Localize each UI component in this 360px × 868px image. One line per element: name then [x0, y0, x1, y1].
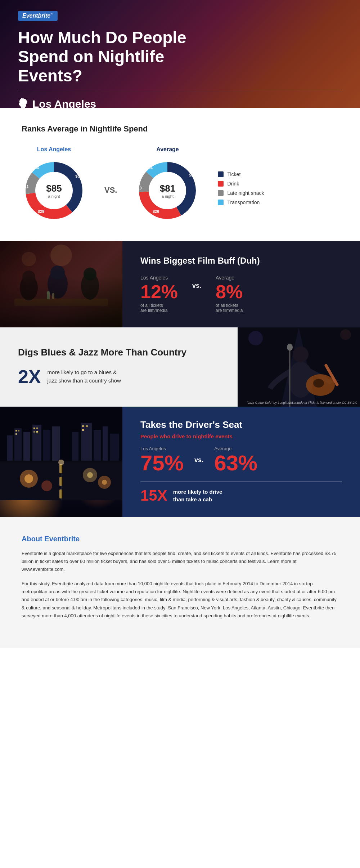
header-divider	[18, 92, 342, 92]
vs-text: VS.	[104, 185, 117, 195]
about-para1: Eventbrite is a global marketplace for l…	[22, 550, 338, 573]
svg-point-11	[20, 275, 38, 300]
la-donut: $85 a night $12 $11 $33 $29	[22, 158, 86, 223]
film-avg-desc: of all ticketsare film/media	[216, 303, 243, 313]
svg-rect-34	[7, 435, 13, 461]
svg-point-18	[22, 252, 36, 266]
la-drink-label: $29	[38, 209, 44, 214]
svg-point-66	[102, 480, 107, 485]
film-scene-svg	[0, 241, 122, 327]
svg-rect-48	[33, 428, 35, 429]
avg-chart-block: Average $81 a night	[135, 146, 200, 223]
avg-chart-label: Average	[156, 146, 179, 153]
driver-heading: Takes the Driver's Seat	[140, 419, 342, 430]
svg-point-64	[41, 480, 52, 491]
film-la-desc: of all ticketsare film/media	[140, 303, 178, 313]
header: Eventbrite™ How Much Do People Spend on …	[0, 0, 360, 108]
svg-point-17	[50, 245, 72, 266]
la-snack-label: $11	[22, 184, 29, 189]
section-driver: Takes the Driver's Seat People who drive…	[0, 407, 360, 517]
driver-bottom: 15X more likely to drivethan take a cab	[140, 487, 342, 504]
driver-description: more likely to drivethan take a cab	[173, 488, 222, 503]
film-avg-city: Average	[216, 275, 243, 281]
blues-multiplier: 2X	[18, 366, 41, 388]
film-image	[0, 241, 122, 327]
la-chart-label: Los Angeles	[37, 146, 71, 153]
svg-rect-37	[32, 425, 41, 461]
svg-point-67	[58, 460, 64, 465]
driver-avg-pct: 63%	[214, 452, 257, 474]
la-ticket-label: $33	[75, 174, 82, 178]
section-ranks: Ranks Average in Nightlife Spend Los Ang…	[0, 108, 360, 241]
blues-scene-svg	[238, 327, 360, 407]
ranks-heading: Ranks Average in Nightlife Spend	[22, 124, 338, 134]
avg-ticket-label: $34	[189, 173, 195, 177]
driver-scene-svg	[0, 407, 122, 500]
location-label: Los Angeles	[18, 98, 342, 108]
section-about: About Eventbrite Eventbrite is a global …	[0, 517, 360, 648]
la-transport-label: $12	[32, 165, 39, 169]
svg-point-29	[287, 344, 293, 351]
svg-rect-45	[15, 430, 17, 431]
about-para2: For this study, Eventbrite analyzed data…	[22, 580, 338, 619]
legend-transport: Transportation	[218, 200, 264, 205]
driver-content: Takes the Driver's Seat People who drive…	[122, 407, 360, 517]
blues-caption: "Jazz Guitar Solo" by LongitudeLatitude …	[247, 401, 357, 404]
driver-la-block: Los Angeles 75%	[140, 446, 184, 474]
svg-rect-50	[33, 431, 35, 433]
svg-point-24	[293, 346, 309, 362]
film-heading: Wins Biggest Film Buff (Duh)	[140, 256, 342, 266]
avg-donut: $81 a night $11 $10 $34 $26	[135, 158, 200, 223]
ranks-row: Los Angeles $85	[22, 146, 338, 223]
driver-la-city: Los Angeles	[140, 446, 184, 451]
film-avg-pct: 8%	[216, 282, 243, 301]
driver-image	[0, 407, 122, 517]
blues-image-inner	[238, 327, 360, 407]
svg-rect-53	[86, 425, 88, 427]
svg-point-15	[81, 272, 99, 300]
svg-rect-41	[81, 423, 92, 461]
blues-heading: Digs Blues & Jazz More Than Country	[18, 346, 220, 359]
svg-rect-39	[52, 426, 60, 461]
legend-drink-color	[218, 181, 224, 187]
blues-stat: 2X more likely to go to a blues &jazz sh…	[18, 366, 220, 388]
svg-point-30	[248, 331, 263, 345]
avg-donut-labels: $11 $10 $34 $26	[135, 158, 200, 223]
driver-avg-city: Average	[214, 446, 257, 451]
svg-rect-10	[14, 299, 108, 306]
driver-multiplier: 15X	[140, 487, 167, 504]
svg-point-26	[313, 379, 324, 388]
blues-image: "Jazz Guitar Solo" by LongitudeLatitude …	[238, 327, 360, 407]
driver-la-pct: 75%	[140, 452, 184, 474]
svg-rect-20	[52, 293, 54, 299]
about-heading: About Eventbrite	[22, 535, 338, 543]
svg-point-31	[340, 329, 351, 340]
film-la-pct: 12%	[140, 282, 178, 301]
driver-stats: Los Angeles 75% vs. Average 63%	[140, 446, 342, 474]
film-la-block: Los Angeles 12% of all ticketsare film/m…	[140, 275, 178, 313]
california-icon	[18, 98, 28, 108]
avg-drink-label: $26	[153, 209, 159, 214]
legend-transport-color	[218, 200, 224, 205]
la-chart-block: Los Angeles $85	[22, 146, 86, 223]
section-blues: Digs Blues & Jazz More Than Country 2X m…	[0, 327, 360, 407]
svg-point-14	[50, 265, 65, 280]
legend-snack-color	[218, 190, 224, 196]
legend-snack: Late night snack	[218, 190, 264, 196]
svg-rect-38	[43, 430, 50, 461]
film-la-city: Los Angeles	[140, 275, 178, 281]
film-stats: Los Angeles 12% of all ticketsare film/m…	[140, 275, 342, 313]
svg-point-16	[84, 268, 96, 281]
film-vs: vs.	[192, 282, 201, 290]
svg-rect-36	[23, 432, 30, 461]
svg-rect-49	[36, 428, 38, 429]
eventbrite-logo: Eventbrite™	[18, 11, 58, 21]
svg-rect-47	[15, 433, 17, 435]
avg-snack-label: $10	[135, 186, 141, 190]
legend-ticket: Ticket	[218, 171, 264, 177]
avg-transport-label: $11	[146, 165, 153, 169]
legend-drink: Drink	[218, 181, 264, 187]
page-title: How Much Do People Spend on Nightlife Ev…	[18, 28, 227, 85]
legend: Ticket Drink Late night snack Transporta…	[218, 171, 264, 209]
svg-point-63	[87, 472, 93, 478]
